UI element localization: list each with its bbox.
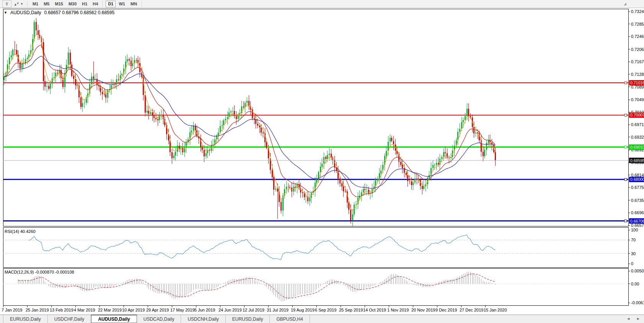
draw-arrows-button[interactable]: ▼ xyxy=(12,0,25,8)
rsi-tick-label: 0 xyxy=(631,261,633,266)
chart-title: ▼ AUDUSD,Daily 0.68657 0.68796 0.68562 0… xyxy=(4,10,114,15)
candle-bull xyxy=(127,59,128,61)
candle-bear xyxy=(77,85,78,86)
candle-bear xyxy=(483,152,484,156)
chart-tab-eurusd-daily[interactable]: EURUSD,Daily xyxy=(3,315,48,323)
timeframe-m5-button[interactable]: M5 xyxy=(41,1,52,7)
candle-bull xyxy=(46,86,47,87)
toolbar-separator xyxy=(103,1,103,7)
hline-handle xyxy=(624,220,627,222)
candle-bull xyxy=(275,189,276,190)
candle-bear xyxy=(148,111,149,114)
chart-tab-eurusd-daily[interactable]: EURUSD,Daily xyxy=(226,315,270,323)
timeframe-h4-button[interactable]: H4 xyxy=(90,1,100,7)
text-tool-button[interactable]: T xyxy=(2,0,11,8)
chart-window: 0.732400.728500.724600.720600.716700.712… xyxy=(0,8,644,315)
tab-scroll-left-icon[interactable]: ◄ xyxy=(626,316,630,321)
chart-tab-bar: EURUSD,DailyUSDCHF,DailyAUDUSD,DailyUSDC… xyxy=(0,315,644,323)
main-plot-area[interactable] xyxy=(3,9,629,226)
candle-bear xyxy=(234,111,235,116)
date-tick-label: 12 Jul 2019 xyxy=(243,308,264,312)
candle-bear xyxy=(339,179,341,183)
candle-bear xyxy=(102,92,103,94)
rsi-tick-label: 70 xyxy=(631,238,636,242)
candle-bull xyxy=(121,74,122,75)
candle-bull xyxy=(309,198,310,201)
timeframe-mn-button[interactable]: MN xyxy=(128,1,139,7)
candle-bear xyxy=(409,181,410,182)
price-axis[interactable]: 0.732400.728500.724600.720600.716700.712… xyxy=(628,9,644,305)
candle-bear xyxy=(171,152,173,158)
timeframe-m1-button[interactable]: M1 xyxy=(30,1,41,7)
price-tick-label: 0.66960 xyxy=(631,210,644,215)
candle-bull xyxy=(50,84,51,89)
candle-bear xyxy=(266,142,267,148)
candle-bull xyxy=(3,77,5,80)
chart-tab-gbpusd-h4[interactable]: GBPUSD,H4 xyxy=(270,315,310,323)
collapse-chart-icon[interactable]: ▼ xyxy=(4,11,7,15)
timeframe-w1-button[interactable]: W1 xyxy=(116,1,127,7)
chart-tab-audusd-daily[interactable]: AUDUSD,Daily xyxy=(91,315,137,323)
candle-bear xyxy=(155,118,157,119)
candle-bull xyxy=(475,133,476,134)
candle-bear xyxy=(468,109,469,116)
candle-bear xyxy=(93,77,94,79)
price-tick-label: 0.68140 xyxy=(631,173,644,177)
tab-scroll-right-icon[interactable]: ► xyxy=(636,316,640,321)
candle-bull xyxy=(34,22,35,39)
candle-bear xyxy=(130,61,132,66)
candle-bull xyxy=(225,119,226,120)
candle-bull xyxy=(21,64,23,69)
price-tick-label: 0.71280 xyxy=(631,72,644,77)
toolbar-overflow-icon[interactable] xyxy=(624,3,626,5)
candle-bear xyxy=(157,119,158,120)
candle-bull xyxy=(230,111,232,113)
candle-bull xyxy=(466,109,468,116)
candle-bull xyxy=(423,186,424,189)
date-tick-label: 1 Nov 2019 xyxy=(387,308,409,312)
candle-bear xyxy=(350,210,351,220)
chart-tab-usdcad-daily[interactable]: USDCAD,Daily xyxy=(137,315,181,323)
candle-bull xyxy=(11,55,12,57)
candle-bull xyxy=(9,57,10,64)
candle-bear xyxy=(105,94,106,98)
candle-bear xyxy=(145,95,146,113)
candle-bear xyxy=(80,97,82,107)
chart-tab-usdchf-daily[interactable]: USDCHF,Daily xyxy=(48,315,91,323)
candle-bull xyxy=(461,122,462,129)
candle-bull xyxy=(488,140,489,143)
chart-symbol-label: AUDUSD,Daily xyxy=(10,10,41,15)
date-tick-label: 19 Aug 2019 xyxy=(291,308,315,312)
date-axis[interactable]: 7 Jan 201925 Jan 201913 Feb 20194 Mar 20… xyxy=(2,306,507,312)
candle-bull xyxy=(386,151,387,156)
candle-bull xyxy=(329,154,330,155)
timeframe-d1-button[interactable]: D1 xyxy=(106,1,116,7)
axis-price-chip-label: 0.69010 xyxy=(630,145,644,149)
candle-bear xyxy=(368,190,369,194)
axis-price-chip-label: 0.66706 xyxy=(630,219,644,223)
candle-bull xyxy=(388,142,389,151)
candle-bull xyxy=(380,171,382,173)
candle-bear xyxy=(331,154,332,157)
candle-bull xyxy=(84,103,85,103)
candle-bull xyxy=(354,205,355,214)
chevron-down-icon: ▼ xyxy=(20,2,23,6)
candle-bear xyxy=(406,173,407,175)
timeframe-m30-button[interactable]: M30 xyxy=(66,1,79,7)
date-tick-label: 9 Dec 2019 xyxy=(435,308,457,312)
candle-bear xyxy=(37,30,39,35)
candle-bear xyxy=(402,165,403,168)
macd-plot-area[interactable] xyxy=(3,269,629,306)
chart-tab-usdcnh-daily[interactable]: USDCNH,Daily xyxy=(181,315,225,323)
candle-bull xyxy=(222,125,223,126)
candle-bear xyxy=(400,162,401,165)
price-tick-label: 0.73240 xyxy=(631,9,644,14)
candle-bear xyxy=(57,73,58,74)
candle-bull xyxy=(91,77,92,84)
candle-bear xyxy=(136,60,137,61)
timeframe-h1-button[interactable]: H1 xyxy=(80,1,90,7)
timeframe-m15-button[interactable]: M15 xyxy=(52,1,65,7)
price-tick-label: 0.69710 xyxy=(631,122,644,127)
candle-bear xyxy=(325,157,326,159)
axis-price-chip-label: 0.71016 xyxy=(630,80,644,85)
